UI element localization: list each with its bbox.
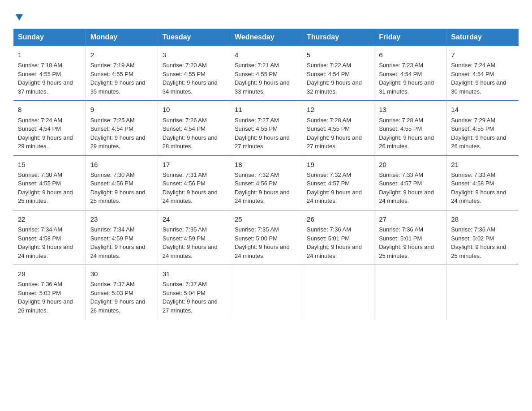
day-info: Sunrise: 7:24 AMSunset: 4:54 PMDaylight:…	[451, 61, 514, 96]
calendar-header: SundayMondayTuesdayWednesdayThursdayFrid…	[13, 29, 519, 46]
day-number: 20	[379, 159, 442, 170]
page-header	[13, 9, 519, 21]
day-number: 9	[90, 104, 153, 115]
day-number: 21	[451, 159, 514, 170]
day-info: Sunrise: 7:28 AMSunset: 4:55 PMDaylight:…	[307, 116, 369, 151]
day-info: Sunrise: 7:35 AMSunset: 5:00 PMDaylight:…	[235, 225, 297, 260]
calendar-cell: 2Sunrise: 7:19 AMSunset: 4:55 PMDaylight…	[86, 46, 158, 101]
calendar-cell: 17Sunrise: 7:31 AMSunset: 4:56 PMDayligh…	[158, 155, 230, 210]
week-row-1: 1Sunrise: 7:18 AMSunset: 4:55 PMDaylight…	[13, 46, 519, 101]
day-info: Sunrise: 7:32 AMSunset: 4:57 PMDaylight:…	[307, 171, 369, 206]
day-number: 13	[379, 104, 442, 115]
calendar-cell: 16Sunrise: 7:30 AMSunset: 4:56 PMDayligh…	[86, 155, 158, 210]
day-info: Sunrise: 7:26 AMSunset: 4:54 PMDaylight:…	[163, 116, 225, 151]
calendar-cell: 25Sunrise: 7:35 AMSunset: 5:00 PMDayligh…	[230, 210, 302, 265]
calendar-cell: 24Sunrise: 7:35 AMSunset: 4:59 PMDayligh…	[158, 210, 230, 265]
day-info: Sunrise: 7:36 AMSunset: 5:01 PMDaylight:…	[379, 225, 442, 260]
header-row: SundayMondayTuesdayWednesdayThursdayFrid…	[13, 29, 519, 46]
logo-arrow-icon	[14, 13, 24, 22]
day-info: Sunrise: 7:25 AMSunset: 4:54 PMDaylight:…	[90, 116, 153, 151]
day-info: Sunrise: 7:27 AMSunset: 4:55 PMDaylight:…	[235, 116, 297, 151]
day-number: 30	[90, 269, 153, 279]
day-number: 18	[235, 159, 297, 170]
day-info: Sunrise: 7:34 AMSunset: 4:59 PMDaylight:…	[90, 225, 153, 260]
calendar-cell: 4Sunrise: 7:21 AMSunset: 4:55 PMDaylight…	[230, 46, 302, 101]
calendar-cell	[302, 265, 374, 320]
day-info: Sunrise: 7:31 AMSunset: 4:56 PMDaylight:…	[163, 171, 225, 206]
svg-marker-0	[16, 14, 23, 21]
calendar-cell: 8Sunrise: 7:24 AMSunset: 4:54 PMDaylight…	[13, 101, 86, 155]
header-day-tuesday: Tuesday	[158, 29, 230, 46]
day-number: 23	[90, 214, 153, 224]
header-day-wednesday: Wednesday	[230, 29, 302, 46]
header-day-saturday: Saturday	[446, 29, 519, 46]
calendar-cell: 3Sunrise: 7:20 AMSunset: 4:55 PMDaylight…	[158, 46, 230, 101]
day-number: 10	[163, 104, 225, 115]
calendar-cell: 19Sunrise: 7:32 AMSunset: 4:57 PMDayligh…	[302, 155, 374, 210]
calendar-cell	[230, 265, 302, 320]
day-info: Sunrise: 7:28 AMSunset: 4:55 PMDaylight:…	[379, 116, 442, 151]
calendar-cell: 11Sunrise: 7:27 AMSunset: 4:55 PMDayligh…	[230, 101, 302, 155]
header-day-monday: Monday	[86, 29, 158, 46]
calendar-cell: 1Sunrise: 7:18 AMSunset: 4:55 PMDaylight…	[13, 46, 86, 101]
calendar-cell: 13Sunrise: 7:28 AMSunset: 4:55 PMDayligh…	[374, 101, 446, 155]
calendar-cell: 10Sunrise: 7:26 AMSunset: 4:54 PMDayligh…	[158, 101, 230, 155]
day-info: Sunrise: 7:29 AMSunset: 4:55 PMDaylight:…	[451, 116, 514, 151]
calendar-cell: 21Sunrise: 7:33 AMSunset: 4:58 PMDayligh…	[446, 155, 519, 210]
calendar-cell: 7Sunrise: 7:24 AMSunset: 4:54 PMDaylight…	[446, 46, 519, 101]
day-number: 2	[90, 50, 153, 60]
week-row-5: 29Sunrise: 7:36 AMSunset: 5:03 PMDayligh…	[13, 265, 519, 320]
day-number: 25	[235, 214, 297, 224]
day-number: 24	[163, 214, 225, 224]
day-number: 11	[235, 104, 297, 115]
calendar-body: 1Sunrise: 7:18 AMSunset: 4:55 PMDaylight…	[13, 46, 519, 320]
calendar-cell: 27Sunrise: 7:36 AMSunset: 5:01 PMDayligh…	[374, 210, 446, 265]
day-number: 4	[235, 50, 297, 60]
calendar-cell: 12Sunrise: 7:28 AMSunset: 4:55 PMDayligh…	[302, 101, 374, 155]
week-row-2: 8Sunrise: 7:24 AMSunset: 4:54 PMDaylight…	[13, 101, 519, 155]
calendar-table: SundayMondayTuesdayWednesdayThursdayFrid…	[13, 29, 519, 319]
day-info: Sunrise: 7:30 AMSunset: 4:56 PMDaylight:…	[90, 171, 153, 206]
calendar-cell: 15Sunrise: 7:30 AMSunset: 4:55 PMDayligh…	[13, 155, 86, 210]
day-number: 7	[451, 50, 514, 60]
day-number: 6	[379, 50, 442, 60]
day-number: 28	[451, 214, 514, 224]
calendar-cell: 23Sunrise: 7:34 AMSunset: 4:59 PMDayligh…	[86, 210, 158, 265]
day-number: 17	[163, 159, 225, 170]
day-number: 3	[163, 50, 225, 60]
day-info: Sunrise: 7:18 AMSunset: 4:55 PMDaylight:…	[18, 61, 81, 96]
day-number: 29	[18, 269, 81, 279]
day-info: Sunrise: 7:22 AMSunset: 4:54 PMDaylight:…	[307, 61, 369, 96]
day-info: Sunrise: 7:33 AMSunset: 4:58 PMDaylight:…	[451, 171, 514, 206]
calendar-cell: 20Sunrise: 7:33 AMSunset: 4:57 PMDayligh…	[374, 155, 446, 210]
day-info: Sunrise: 7:24 AMSunset: 4:54 PMDaylight:…	[18, 116, 81, 151]
day-info: Sunrise: 7:36 AMSunset: 5:01 PMDaylight:…	[307, 225, 369, 260]
calendar-cell: 22Sunrise: 7:34 AMSunset: 4:58 PMDayligh…	[13, 210, 86, 265]
day-number: 26	[307, 214, 369, 224]
calendar-cell: 5Sunrise: 7:22 AMSunset: 4:54 PMDaylight…	[302, 46, 374, 101]
day-info: Sunrise: 7:30 AMSunset: 4:55 PMDaylight:…	[18, 171, 81, 206]
day-info: Sunrise: 7:21 AMSunset: 4:55 PMDaylight:…	[235, 61, 297, 96]
calendar-cell: 9Sunrise: 7:25 AMSunset: 4:54 PMDaylight…	[86, 101, 158, 155]
day-number: 15	[18, 159, 81, 170]
logo	[13, 9, 24, 21]
header-day-thursday: Thursday	[302, 29, 374, 46]
day-number: 27	[379, 214, 442, 224]
day-info: Sunrise: 7:20 AMSunset: 4:55 PMDaylight:…	[163, 61, 225, 96]
day-info: Sunrise: 7:35 AMSunset: 4:59 PMDaylight:…	[163, 225, 225, 260]
header-day-sunday: Sunday	[13, 29, 86, 46]
calendar-cell: 28Sunrise: 7:36 AMSunset: 5:02 PMDayligh…	[446, 210, 519, 265]
calendar-cell	[446, 265, 519, 320]
day-info: Sunrise: 7:32 AMSunset: 4:56 PMDaylight:…	[235, 171, 297, 206]
calendar-cell: 30Sunrise: 7:37 AMSunset: 5:03 PMDayligh…	[86, 265, 158, 320]
day-info: Sunrise: 7:37 AMSunset: 5:04 PMDaylight:…	[163, 280, 225, 315]
day-number: 16	[90, 159, 153, 170]
week-row-3: 15Sunrise: 7:30 AMSunset: 4:55 PMDayligh…	[13, 155, 519, 210]
calendar-cell: 29Sunrise: 7:36 AMSunset: 5:03 PMDayligh…	[13, 265, 86, 320]
day-info: Sunrise: 7:34 AMSunset: 4:58 PMDaylight:…	[18, 225, 81, 260]
day-info: Sunrise: 7:33 AMSunset: 4:57 PMDaylight:…	[379, 171, 442, 206]
day-info: Sunrise: 7:23 AMSunset: 4:54 PMDaylight:…	[379, 61, 442, 96]
day-number: 12	[307, 104, 369, 115]
day-number: 14	[451, 104, 514, 115]
day-info: Sunrise: 7:19 AMSunset: 4:55 PMDaylight:…	[90, 61, 153, 96]
